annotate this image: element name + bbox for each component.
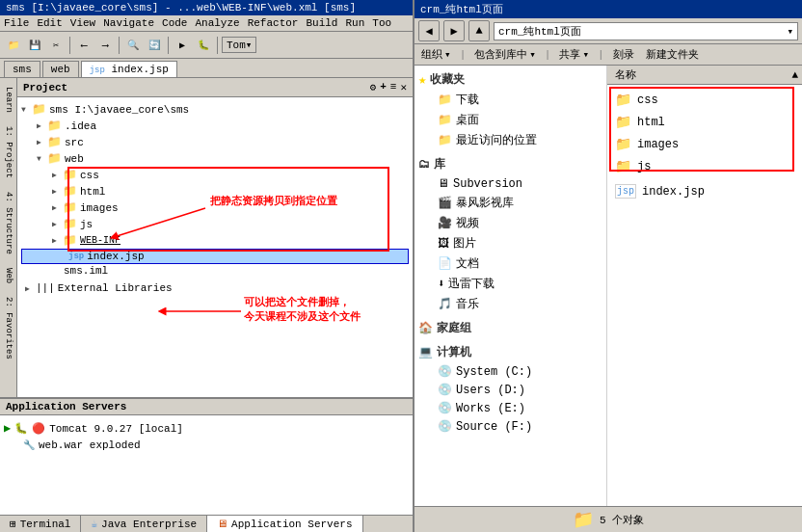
tree-item-extlibs[interactable]: ▶ ||| External Libraries [21, 281, 409, 295]
storm-label: 暴风影视库 [456, 195, 514, 211]
tab-terminal[interactable]: ⊞ Terminal [0, 516, 81, 532]
nav-section-library: 🗂 库 🖥 Subversion 🎬 暴风影视库 🎥 视频 [418, 154, 602, 314]
address-bar[interactable]: crm_纯html页面 ▾ [494, 22, 798, 40]
tree-extlibs-label: External Libraries [58, 282, 173, 294]
menu-run[interactable]: Run [345, 17, 364, 29]
add-icon[interactable]: + [380, 81, 387, 93]
toolbar-btn-7[interactable]: ▶ [173, 36, 192, 55]
menu-navigate[interactable]: Navigate [103, 17, 154, 29]
burn-button[interactable]: 刻录 [610, 46, 637, 63]
nav-item-docs[interactable]: 📄 文档 [418, 253, 602, 274]
web-tab[interactable]: Web [1, 263, 16, 288]
tree-item-web[interactable]: ▼ 📁 web [21, 150, 409, 167]
nav-item-music[interactable]: 🎵 音乐 [418, 294, 602, 314]
nav-item-workse[interactable]: 💿 Works (E:) [418, 399, 602, 417]
include-lib-button[interactable]: 包含到库中 ▾ [471, 46, 539, 63]
tree-webinf-label: WEB-INF [80, 235, 120, 246]
settings-icon[interactable]: ≡ [390, 81, 397, 93]
share-button[interactable]: 共享 ▾ [556, 46, 592, 63]
nav-item-video[interactable]: 🎥 视频 [418, 213, 602, 233]
tab-java-enterprise[interactable]: ☕ Java Enterprise [81, 516, 207, 532]
tree-item-js[interactable]: ▶ 📁 js [21, 216, 409, 232]
learn-tab[interactable]: Learn [1, 82, 16, 118]
tomcat-icon: 🔴 [32, 422, 45, 435]
toolbar-btn-1[interactable]: 📁 [4, 36, 23, 55]
favorites-header[interactable]: ★ 收藏夹 [418, 69, 602, 90]
file-item-images[interactable]: 📁 images [611, 133, 798, 155]
menu-refactor[interactable]: Refactor [248, 17, 299, 29]
app-servers-icon: 🖥 [217, 518, 227, 530]
menu-analyze[interactable]: Analyze [195, 17, 239, 29]
tree-item-src[interactable]: ▶ 📁 src [21, 134, 409, 150]
nav-item-pictures[interactable]: 🖼 图片 [418, 233, 602, 253]
menu-build[interactable]: Build [306, 17, 337, 29]
tree-item-images[interactable]: ▶ 📁 images [21, 200, 409, 216]
tree-item-indexjsp[interactable]: jsp index.jsp [21, 249, 409, 264]
tree-item-webinf[interactable]: ▶ 📁 WEB-INF [21, 232, 409, 249]
nav-item-download[interactable]: 📁 下载 [418, 90, 602, 110]
tab-web[interactable]: web [42, 61, 79, 77]
toolbar-btn-search[interactable]: 🔍 [123, 36, 143, 55]
tree-root[interactable]: ▼ 📁 sms I:\javaee_core\sms [21, 101, 409, 118]
expand-arrow: ▶ [25, 284, 33, 293]
nav-item-recent[interactable]: 📁 最近访问的位置 [418, 130, 602, 150]
nav-item-systemc[interactable]: 💿 System (C:) [418, 362, 602, 381]
explorer-status: 📁 5 个对象 [414, 506, 802, 532]
nav-item-subversion[interactable]: 🖥 Subversion [418, 174, 602, 193]
nav-item-storm[interactable]: 🎬 暴风影视库 [418, 193, 602, 213]
toolbar-btn-4[interactable]: ⟵ [74, 36, 94, 55]
menu-tools[interactable]: Too [372, 17, 391, 29]
gear-icon[interactable]: ⚙ [370, 81, 377, 93]
tab-application-servers[interactable]: 🖥 Application Servers [207, 516, 362, 532]
project-tab[interactable]: 1: Project [1, 121, 16, 183]
toolbar-btn-2[interactable]: 💾 [25, 36, 44, 55]
tree-item-css[interactable]: ▶ 📁 css [21, 167, 409, 183]
nav-item-usersd[interactable]: 💿 Users (D:) [418, 381, 602, 399]
tree-item-idea[interactable]: ▶ 📁 .idea [21, 118, 409, 134]
tree-item-html[interactable]: ▶ 📁 html [21, 183, 409, 200]
share-label: 共享 [559, 47, 580, 62]
computer-header[interactable]: 💻 计算机 [418, 342, 602, 362]
tab-index-jsp[interactable]: jsp index.jsp [81, 61, 177, 77]
tree-smsiml-label: sms.iml [52, 265, 108, 277]
up-button[interactable]: ▲ [468, 20, 490, 41]
library-header[interactable]: 🗂 库 [418, 154, 602, 174]
nav-item-desktop[interactable]: 📁 桌面 [418, 110, 602, 130]
folder-icon: 📁 [32, 102, 46, 117]
nav-section-computer: 💻 计算机 💿 System (C:) 💿 Users (D:) 💿 Works… [418, 342, 602, 436]
file-item-html[interactable]: 📁 html [611, 111, 798, 133]
artifact-item[interactable]: 🔧 web.war exploded [4, 438, 409, 453]
nav-item-sourcef[interactable]: 💿 Source (F:) [418, 417, 602, 436]
server-item-tomcat[interactable]: ▶ 🐛 🔴 Tomcat 9.0.27 [local] [4, 419, 409, 438]
toolbar-btn-3[interactable]: ✂️ [46, 36, 66, 55]
file-col-name[interactable]: 名称 [611, 67, 791, 82]
tree-item-smsiml[interactable]: sms.iml [21, 264, 409, 278]
toolbar-sep-3: | [598, 49, 604, 61]
sort-icon: ▲ [791, 69, 798, 81]
favorites-tab[interactable]: 2: Favorites [1, 292, 16, 364]
file-item-css[interactable]: 📁 css [611, 89, 798, 111]
toolbar-btn-8[interactable]: 🐛 [194, 36, 213, 55]
run-config-dropdown[interactable]: Tom▾ [222, 37, 256, 53]
nav-item-thunder[interactable]: ⬇ 迅雷下载 [418, 274, 602, 294]
nav-section-homegroup: 🏠 家庭组 [418, 318, 602, 338]
project-header-label: Project [23, 82, 67, 93]
menu-edit[interactable]: Edit [37, 17, 62, 29]
menu-code[interactable]: Code [162, 17, 187, 29]
tab-sms[interactable]: sms [4, 61, 40, 77]
new-folder-button[interactable]: 新建文件夹 [643, 46, 702, 63]
forward-button[interactable]: ▶ [443, 20, 465, 41]
close-icon[interactable]: ✕ [400, 81, 407, 93]
structure-tab[interactable]: 4: Structure [1, 187, 16, 259]
toolbar-btn-6[interactable]: 🔄 [145, 36, 164, 55]
toolbar-btn-5[interactable]: ⟶ [95, 36, 115, 55]
computer-icon: 💻 [418, 345, 433, 359]
homegroup-header[interactable]: 🏠 家庭组 [418, 318, 602, 338]
menu-view[interactable]: View [70, 17, 95, 29]
back-button[interactable]: ◀ [418, 20, 440, 41]
explorer-file-list: 名称 ▲ 📁 css 📁 html [607, 66, 802, 506]
menu-file[interactable]: File [4, 17, 29, 29]
file-item-indexjsp[interactable]: jsp index.jsp [611, 181, 798, 201]
organize-button[interactable]: 组织 ▾ [418, 46, 454, 63]
file-item-js[interactable]: 📁 js [611, 155, 798, 177]
